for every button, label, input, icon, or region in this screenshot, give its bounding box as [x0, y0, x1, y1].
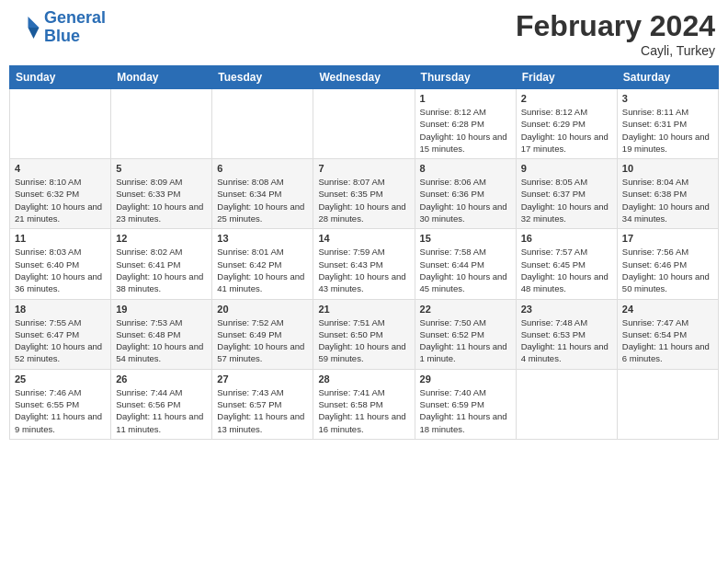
calendar-cell: 5Sunrise: 8:09 AM Sunset: 6:33 PM Daylig…: [111, 159, 212, 229]
day-number: 25: [15, 373, 106, 385]
calendar-cell: [617, 369, 718, 439]
calendar-cell: 13Sunrise: 8:01 AM Sunset: 6:42 PM Dayli…: [212, 229, 313, 299]
day-info: Sunrise: 7:41 AM Sunset: 6:58 PM Dayligh…: [318, 386, 409, 435]
month-year: February 2024: [516, 9, 715, 43]
day-info: Sunrise: 7:40 AM Sunset: 6:59 PM Dayligh…: [420, 386, 511, 435]
calendar-cell: 14Sunrise: 7:59 AM Sunset: 6:43 PM Dayli…: [313, 229, 415, 299]
day-info: Sunrise: 8:11 AM Sunset: 6:31 PM Dayligh…: [622, 106, 713, 155]
day-number: 3: [622, 93, 713, 104]
calendar-cell: 12Sunrise: 8:02 AM Sunset: 6:41 PM Dayli…: [111, 229, 212, 299]
day-info: Sunrise: 8:10 AM Sunset: 6:32 PM Dayligh…: [15, 176, 106, 224]
day-info: Sunrise: 7:55 AM Sunset: 6:47 PM Dayligh…: [15, 316, 106, 365]
day-number: 19: [116, 304, 207, 315]
day-number: 20: [217, 304, 308, 315]
calendar-cell: 24Sunrise: 7:47 AM Sunset: 6:54 PM Dayli…: [617, 299, 718, 369]
calendar-cell: [516, 369, 617, 439]
day-info: Sunrise: 7:47 AM Sunset: 6:54 PM Dayligh…: [622, 316, 713, 365]
calendar-cell: 17Sunrise: 7:56 AM Sunset: 6:46 PM Dayli…: [617, 229, 718, 299]
weekday-header: Wednesday: [313, 66, 415, 89]
day-number: 26: [116, 373, 207, 385]
calendar-cell: 29Sunrise: 7:40 AM Sunset: 6:59 PM Dayli…: [415, 369, 516, 439]
calendar-cell: 23Sunrise: 7:48 AM Sunset: 6:53 PM Dayli…: [516, 299, 617, 369]
day-info: Sunrise: 8:01 AM Sunset: 6:42 PM Dayligh…: [217, 246, 308, 294]
calendar-week-row: 1Sunrise: 8:12 AM Sunset: 6:28 PM Daylig…: [10, 89, 719, 159]
calendar-cell: 16Sunrise: 7:57 AM Sunset: 6:45 PM Dayli…: [516, 229, 617, 299]
calendar-header-row: SundayMondayTuesdayWednesdayThursdayFrid…: [10, 66, 719, 89]
day-info: Sunrise: 7:51 AM Sunset: 6:50 PM Dayligh…: [318, 316, 409, 365]
day-info: Sunrise: 8:12 AM Sunset: 6:28 PM Dayligh…: [420, 106, 511, 155]
logo-icon: [13, 14, 40, 41]
day-number: 12: [116, 233, 207, 244]
calendar-week-row: 11Sunrise: 8:03 AM Sunset: 6:40 PM Dayli…: [10, 229, 719, 299]
calendar-cell: 7Sunrise: 8:07 AM Sunset: 6:35 PM Daylig…: [313, 159, 415, 229]
calendar-cell: [313, 89, 415, 159]
calendar-cell: 20Sunrise: 7:52 AM Sunset: 6:49 PM Dayli…: [212, 299, 313, 369]
day-info: Sunrise: 8:04 AM Sunset: 6:38 PM Dayligh…: [622, 176, 713, 224]
day-number: 4: [15, 163, 106, 174]
day-number: 2: [521, 93, 612, 104]
day-number: 28: [318, 373, 409, 385]
day-info: Sunrise: 7:50 AM Sunset: 6:52 PM Dayligh…: [420, 316, 511, 365]
svg-marker-0: [28, 17, 40, 28]
calendar-cell: 11Sunrise: 8:03 AM Sunset: 6:40 PM Dayli…: [10, 229, 111, 299]
calendar-cell: 22Sunrise: 7:50 AM Sunset: 6:52 PM Dayli…: [415, 299, 516, 369]
calendar-cell: 4Sunrise: 8:10 AM Sunset: 6:32 PM Daylig…: [10, 159, 111, 229]
day-info: Sunrise: 8:05 AM Sunset: 6:37 PM Dayligh…: [521, 176, 612, 224]
day-info: Sunrise: 8:07 AM Sunset: 6:35 PM Dayligh…: [318, 176, 409, 224]
day-number: 23: [521, 304, 612, 315]
calendar-cell: 3Sunrise: 8:11 AM Sunset: 6:31 PM Daylig…: [617, 89, 718, 159]
day-info: Sunrise: 7:46 AM Sunset: 6:55 PM Dayligh…: [15, 386, 106, 435]
calendar-cell: 27Sunrise: 7:43 AM Sunset: 6:57 PM Dayli…: [212, 369, 313, 439]
day-info: Sunrise: 8:08 AM Sunset: 6:34 PM Dayligh…: [217, 176, 308, 224]
day-number: 10: [622, 163, 713, 174]
weekday-header: Sunday: [10, 66, 111, 89]
day-number: 22: [420, 304, 511, 315]
day-number: 21: [318, 304, 409, 315]
calendar-week-row: 4Sunrise: 8:10 AM Sunset: 6:32 PM Daylig…: [10, 159, 719, 229]
calendar-cell: 9Sunrise: 8:05 AM Sunset: 6:37 PM Daylig…: [516, 159, 617, 229]
day-number: 15: [420, 233, 511, 244]
day-number: 24: [622, 304, 713, 315]
location: Cayli, Turkey: [516, 43, 715, 58]
calendar-cell: 21Sunrise: 7:51 AM Sunset: 6:50 PM Dayli…: [313, 299, 415, 369]
calendar-cell: [10, 89, 111, 159]
calendar-cell: 15Sunrise: 7:58 AM Sunset: 6:44 PM Dayli…: [415, 229, 516, 299]
calendar-cell: 8Sunrise: 8:06 AM Sunset: 6:36 PM Daylig…: [415, 159, 516, 229]
day-number: 6: [217, 163, 308, 174]
day-number: 18: [15, 304, 106, 315]
day-info: Sunrise: 7:58 AM Sunset: 6:44 PM Dayligh…: [420, 246, 511, 294]
day-number: 29: [420, 373, 511, 385]
title-block: February 2024 Cayli, Turkey: [516, 9, 715, 58]
calendar-cell: 10Sunrise: 8:04 AM Sunset: 6:38 PM Dayli…: [617, 159, 718, 229]
page-header: General Blue February 2024 Cayli, Turkey: [9, 9, 719, 58]
day-number: 9: [521, 163, 612, 174]
calendar: SundayMondayTuesdayWednesdayThursdayFrid…: [9, 65, 719, 440]
day-info: Sunrise: 8:03 AM Sunset: 6:40 PM Dayligh…: [15, 246, 106, 294]
weekday-header: Thursday: [415, 66, 516, 89]
day-number: 1: [420, 93, 511, 104]
day-info: Sunrise: 7:56 AM Sunset: 6:46 PM Dayligh…: [622, 246, 713, 294]
calendar-cell: [212, 89, 313, 159]
day-info: Sunrise: 7:59 AM Sunset: 6:43 PM Dayligh…: [318, 246, 409, 294]
day-info: Sunrise: 8:12 AM Sunset: 6:29 PM Dayligh…: [521, 106, 612, 155]
day-number: 17: [622, 233, 713, 244]
calendar-cell: 19Sunrise: 7:53 AM Sunset: 6:48 PM Dayli…: [111, 299, 212, 369]
calendar-cell: 18Sunrise: 7:55 AM Sunset: 6:47 PM Dayli…: [10, 299, 111, 369]
day-number: 7: [318, 163, 409, 174]
weekday-header: Tuesday: [212, 66, 313, 89]
weekday-header: Monday: [111, 66, 212, 89]
day-number: 11: [15, 233, 106, 244]
logo-line1: General: [44, 8, 106, 27]
weekday-header: Saturday: [617, 66, 718, 89]
day-info: Sunrise: 8:02 AM Sunset: 6:41 PM Dayligh…: [116, 246, 207, 294]
logo: General Blue: [13, 9, 106, 46]
calendar-week-row: 25Sunrise: 7:46 AM Sunset: 6:55 PM Dayli…: [10, 369, 719, 439]
day-number: 27: [217, 373, 308, 385]
day-number: 8: [420, 163, 511, 174]
day-info: Sunrise: 7:48 AM Sunset: 6:53 PM Dayligh…: [521, 316, 612, 365]
calendar-week-row: 18Sunrise: 7:55 AM Sunset: 6:47 PM Dayli…: [10, 299, 719, 369]
day-info: Sunrise: 7:53 AM Sunset: 6:48 PM Dayligh…: [116, 316, 207, 365]
day-number: 5: [116, 163, 207, 174]
calendar-cell: 1Sunrise: 8:12 AM Sunset: 6:28 PM Daylig…: [415, 89, 516, 159]
logo-text: General Blue: [44, 9, 106, 46]
